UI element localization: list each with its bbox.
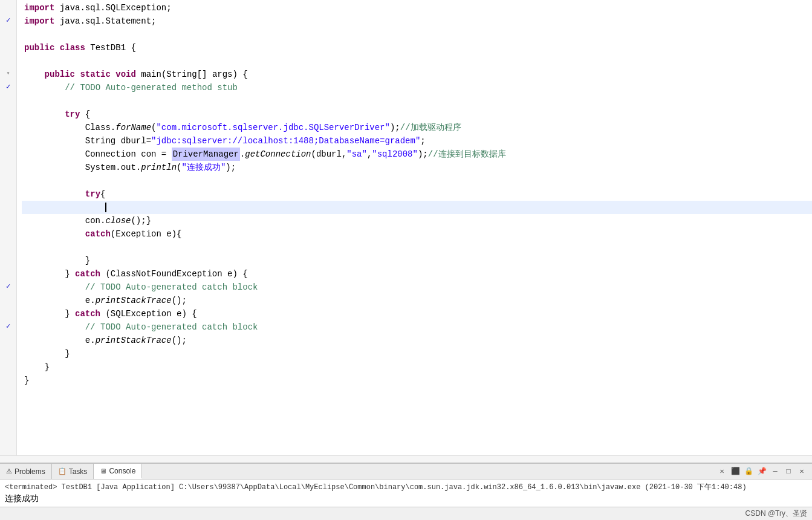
code-token: static xyxy=(80,68,110,81)
horizontal-scrollbar[interactable] xyxy=(0,455,812,463)
code-token: TestDB1 { xyxy=(85,41,136,54)
code-token: "sql2008" xyxy=(372,148,418,161)
tab-icon: 🖥 xyxy=(100,467,106,475)
tabs-container: ⚠Problems📋Tasks🖥Console xyxy=(0,464,142,479)
code-line: import java.sql.Statement; xyxy=(22,15,812,28)
code-token xyxy=(111,68,115,81)
gutter-marker xyxy=(0,213,16,226)
code-line: // TODO Auto-generated catch block xyxy=(22,281,812,294)
code-token: catch xyxy=(85,227,111,241)
code-token: String dburl= xyxy=(24,134,151,148)
code-token: { xyxy=(100,187,105,201)
code-token: //连接到目标数据库 xyxy=(428,148,506,161)
code-line: import java.sql.SQLException; xyxy=(22,1,812,15)
code-token xyxy=(24,281,85,294)
status-right: CSDN @Try、圣贤 xyxy=(745,509,807,519)
code-token: { xyxy=(80,108,90,121)
code-token: printStackTrace xyxy=(96,334,172,347)
code-line: e.printStackTrace(); xyxy=(22,294,812,307)
code-token: } xyxy=(24,360,50,374)
code-token: "sa" xyxy=(346,148,367,161)
code-token: ); xyxy=(226,161,236,174)
code-line: } xyxy=(22,254,812,267)
code-token: (SQLException e) { xyxy=(100,307,197,320)
gutter-marker xyxy=(0,146,16,160)
terminate-button[interactable]: ⬛ xyxy=(730,466,741,477)
code-line: con.close();} xyxy=(22,214,812,227)
clear-console-button[interactable]: ✕ xyxy=(716,466,727,477)
code-token: import xyxy=(24,15,54,28)
code-token: close xyxy=(105,214,131,227)
gutter-marker xyxy=(0,160,16,173)
minimize-button[interactable]: — xyxy=(770,466,781,477)
code-token: ();} xyxy=(131,214,151,227)
code-token: (Exception e){ xyxy=(111,227,182,241)
code-token: ); xyxy=(390,121,400,134)
gutter-marker: ✓ xyxy=(0,13,16,27)
gutter-marker xyxy=(0,372,16,386)
code-token: try xyxy=(85,187,100,201)
code-line xyxy=(22,174,812,187)
gutter: ✓▾✓✓✓ xyxy=(0,0,17,455)
close-panel-button[interactable]: ✕ xyxy=(796,466,807,477)
code-line: } catch (ClassNotFoundException e) { xyxy=(22,267,812,281)
panel-tab-problems[interactable]: ⚠Problems xyxy=(0,464,52,479)
code-token: class xyxy=(60,41,85,54)
code-token: import xyxy=(24,1,54,15)
gutter-marker xyxy=(0,53,16,67)
code-token: } xyxy=(24,267,75,281)
code-token: catch xyxy=(75,307,100,320)
code-token: ; xyxy=(420,134,425,148)
code-line xyxy=(22,54,812,68)
code-token: ( xyxy=(177,161,181,174)
code-line: } xyxy=(22,347,812,360)
code-token: (dburl, xyxy=(311,148,346,161)
gutter-marker xyxy=(0,0,16,13)
code-line xyxy=(22,201,812,214)
text-cursor xyxy=(105,203,106,212)
code-line: System.out.println("连接成功"); xyxy=(22,161,812,174)
panel-tab-console[interactable]: 🖥Console xyxy=(94,464,142,479)
code-token: (); xyxy=(172,294,187,307)
code-token: printStackTrace xyxy=(96,294,172,307)
code-line: String dburl="jdbc:sqlserver://localhost… xyxy=(22,134,812,148)
code-token: . xyxy=(136,161,141,174)
code-token: Class. xyxy=(24,121,115,134)
tabs-bar: ⚠Problems📋Tasks🖥Console ✕ ⬛ 🔒 📌 — □ ✕ xyxy=(0,464,812,479)
code-lines[interactable]: import java.sql.SQLException;import java… xyxy=(17,0,812,455)
code-token: } xyxy=(24,374,29,387)
code-line: // TODO Auto-generated method stub xyxy=(22,81,812,94)
code-token: println xyxy=(141,161,177,174)
code-token xyxy=(24,68,45,81)
code-token: public xyxy=(45,68,75,81)
gutter-marker xyxy=(0,333,16,346)
console-content: <terminated> TestDB1 [Java Application] … xyxy=(0,479,812,507)
code-token: getConnection xyxy=(245,148,311,161)
panel-tab-tasks[interactable]: 📋Tasks xyxy=(52,464,94,479)
code-line: public static void main(String[] args) { xyxy=(22,68,812,81)
code-container: ✓▾✓✓✓ import java.sql.SQLException;impor… xyxy=(0,0,812,455)
code-token: forName xyxy=(115,121,151,134)
code-token: (); xyxy=(172,334,187,347)
code-token xyxy=(24,81,65,94)
editor-area: ✓▾✓✓✓ import java.sql.SQLException;impor… xyxy=(0,0,812,463)
tab-toolbar: ✕ ⬛ 🔒 📌 — □ ✕ xyxy=(716,466,812,477)
gutter-marker xyxy=(0,239,16,253)
code-token: java.sql.SQLException; xyxy=(54,1,171,15)
code-token xyxy=(75,68,80,81)
gutter-marker xyxy=(0,173,16,186)
code-token: ( xyxy=(151,121,156,134)
code-line: public class TestDB1 { xyxy=(22,41,812,54)
code-token: e. xyxy=(24,334,96,347)
code-line: e.printStackTrace(); xyxy=(22,334,812,347)
gutter-marker xyxy=(0,266,16,279)
maximize-button[interactable]: □ xyxy=(783,466,794,477)
pin-button[interactable]: 📌 xyxy=(756,466,767,477)
gutter-marker xyxy=(0,226,16,239)
code-token xyxy=(24,187,85,201)
gutter-marker xyxy=(0,93,16,106)
code-token: , xyxy=(367,148,372,161)
scroll-lock-button[interactable]: 🔒 xyxy=(743,466,754,477)
gutter-marker xyxy=(0,133,16,146)
code-token: (ClassNotFoundException e) { xyxy=(100,267,248,281)
